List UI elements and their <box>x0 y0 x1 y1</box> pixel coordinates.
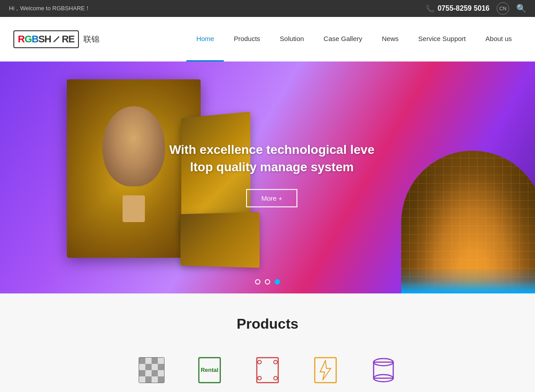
product-item-rental-led[interactable]: Rental <box>194 355 225 386</box>
panel-face <box>103 106 165 186</box>
logo-b: B <box>32 33 38 45</box>
logo-share: SH <box>38 33 51 45</box>
svg-rect-9 <box>139 370 145 376</box>
slider-dot-3[interactable] <box>275 279 280 285</box>
svg-rect-4 <box>158 358 164 364</box>
product-item-controller[interactable] <box>368 355 399 386</box>
svg-rect-7 <box>152 364 158 370</box>
nav-news[interactable]: News <box>372 17 409 62</box>
dome-lights <box>401 267 535 293</box>
product-item-energy-saving[interactable] <box>310 355 341 386</box>
logo-box: RGB SH⟋RE <box>13 30 79 48</box>
svg-rect-3 <box>152 358 158 364</box>
hero-banner: With excellence technological leve ltop … <box>0 62 535 293</box>
product-item-transparent-led[interactable] <box>252 355 283 386</box>
svg-rect-5 <box>139 364 145 370</box>
product-item-led-display[interactable] <box>136 355 167 386</box>
phone-icon: 📞 <box>426 4 435 13</box>
phone-number: 📞 0755-8259 5016 <box>426 4 490 13</box>
svg-point-22 <box>274 360 277 364</box>
products-section: Products <box>0 293 535 392</box>
nav-case-gallery[interactable]: Case Gallery <box>314 17 372 62</box>
products-icons-row: Rental <box>0 350 535 390</box>
rental-led-icon: Rental <box>194 355 225 386</box>
svg-rect-12 <box>158 370 164 376</box>
transparent-led-icon <box>252 355 283 386</box>
svg-text:Rental: Rental <box>201 367 218 373</box>
slider-dots <box>255 279 280 285</box>
led-display-icon <box>136 355 167 386</box>
svg-rect-16 <box>158 376 164 383</box>
svg-rect-13 <box>139 376 145 383</box>
logo-share2: RE <box>62 33 74 45</box>
slider-dot-2[interactable] <box>265 279 270 285</box>
hero-more-button[interactable]: More + <box>246 189 297 207</box>
nav-service-support[interactable]: Service Support <box>408 17 476 62</box>
search-button[interactable]: 🔍 <box>516 4 526 13</box>
svg-rect-1 <box>139 358 145 364</box>
controller-icon <box>368 355 399 386</box>
logo[interactable]: RGB SH⟋RE 联锦 <box>13 30 99 48</box>
dome-shape <box>401 151 535 293</box>
nav-home[interactable]: Home <box>186 17 224 62</box>
svg-rect-19 <box>257 358 278 383</box>
hero-dome <box>392 133 535 293</box>
svg-rect-2 <box>145 358 152 364</box>
svg-point-21 <box>258 376 261 380</box>
svg-rect-14 <box>145 376 152 383</box>
nav-about-us[interactable]: About us <box>476 17 522 62</box>
svg-rect-10 <box>145 370 152 376</box>
top-bar: Hi，Welcome to RGBSHARE！ 📞 0755-8259 5016… <box>0 0 535 17</box>
logo-rgb: RGB <box>18 33 38 45</box>
hero-text-block: With excellence technological leve ltop … <box>169 141 374 207</box>
logo-slash: ⟋ <box>51 33 62 45</box>
energy-saving-icon <box>310 355 341 386</box>
logo-g: G <box>25 33 32 45</box>
svg-rect-15 <box>152 376 158 383</box>
logo-cn: 联锦 <box>83 34 99 45</box>
svg-point-20 <box>258 360 261 364</box>
main-nav: Home Products Solution Case Gallery News… <box>186 17 522 62</box>
svg-rect-11 <box>152 370 158 376</box>
svg-rect-8 <box>158 364 164 370</box>
panel-bottom-right <box>181 212 260 268</box>
svg-point-23 <box>274 376 277 380</box>
svg-marker-25 <box>320 360 331 380</box>
header: RGB SH⟋RE 联锦 Home Products Solution Case… <box>0 17 535 62</box>
slider-dot-1[interactable] <box>255 279 260 285</box>
welcome-text: Hi，Welcome to RGBSHARE！ <box>9 4 91 12</box>
top-bar-right: 📞 0755-8259 5016 CN 🔍 <box>426 2 526 15</box>
logo-r: R <box>18 33 25 45</box>
nav-solution[interactable]: Solution <box>270 17 314 62</box>
language-button[interactable]: CN <box>497 2 509 15</box>
nav-products[interactable]: Products <box>224 17 270 62</box>
svg-rect-6 <box>145 364 152 370</box>
panel-neck <box>123 195 145 222</box>
products-section-title: Products <box>0 316 535 332</box>
hero-title: With excellence technological leve ltop … <box>169 141 374 176</box>
